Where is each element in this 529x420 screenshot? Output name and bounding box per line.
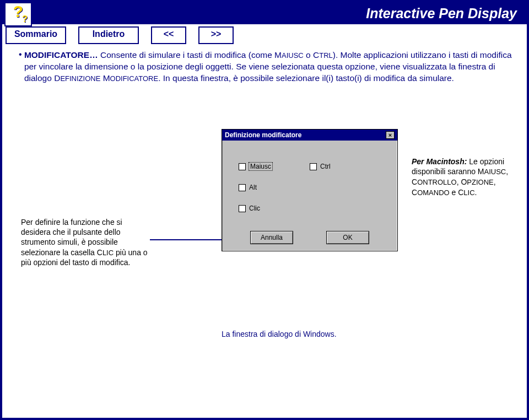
heading-modificatore: MODIFICATORE… bbox=[24, 50, 98, 60]
summary-button[interactable]: Sommario bbox=[6, 26, 66, 44]
cancel-button[interactable]: Annulla bbox=[250, 231, 293, 244]
close-icon[interactable]: × bbox=[386, 131, 395, 139]
checkbox-clic[interactable]: Clic bbox=[239, 204, 310, 212]
checkbox-box bbox=[310, 163, 317, 170]
ok-button[interactable]: OK bbox=[326, 231, 369, 244]
body-text-2: o bbox=[304, 50, 313, 60]
checkbox-label-ctrl: Ctrl bbox=[320, 163, 331, 170]
question-mark-icon-small: ? bbox=[22, 17, 28, 22]
figure-caption: La finestra di dialogo di Windows. bbox=[222, 330, 337, 338]
annotation-leader-line bbox=[150, 239, 222, 240]
dialog-title: Definizione modificatore bbox=[225, 131, 301, 139]
back-button[interactable]: Indietro bbox=[78, 26, 139, 44]
checkbox-label-maiusc: Maiusc bbox=[249, 163, 272, 170]
brand-title: Interactive Pen Display bbox=[366, 6, 517, 21]
prev-button[interactable]: << bbox=[151, 26, 186, 44]
checkbox-maiusc[interactable]: Maiusc bbox=[239, 163, 310, 170]
bullet-icon: • bbox=[19, 50, 24, 84]
checkbox-box bbox=[239, 205, 246, 212]
help-icon[interactable]: ? ? bbox=[4, 2, 32, 26]
body-text-1: Consente di simulare i tasti di modifica… bbox=[98, 50, 274, 60]
left-annotation: Per definire la funzione che si desidera… bbox=[21, 217, 148, 268]
next-button[interactable]: >> bbox=[198, 26, 234, 44]
smallcaps-maiusc: MAIUSC bbox=[274, 50, 304, 60]
smallcaps-modificatore: MODIFICATORE bbox=[100, 73, 158, 83]
checkbox-box bbox=[239, 163, 246, 170]
dialog-definizione-modificatore: Definizione modificatore × Maiusc Ctrl bbox=[222, 129, 398, 251]
checkbox-box bbox=[239, 184, 246, 191]
checkbox-label-clic: Clic bbox=[249, 204, 260, 212]
smallcaps-ctrl: CTRL bbox=[313, 50, 333, 60]
right-annotation: Per Macintosh: Le opzioni disponibili sa… bbox=[412, 157, 514, 198]
smallcaps-definizione: DEFINIZIONE bbox=[54, 73, 100, 83]
checkbox-ctrl[interactable]: Ctrl bbox=[310, 163, 381, 170]
checkbox-label-alt: Alt bbox=[249, 184, 257, 191]
checkbox-alt[interactable]: Alt bbox=[239, 184, 310, 191]
body-text-4: . In questa finestra, è possibile selezi… bbox=[158, 73, 454, 83]
